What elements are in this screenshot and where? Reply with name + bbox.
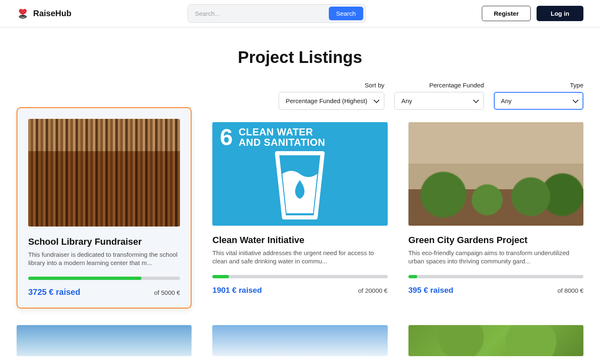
amount-raised: 1901 € raised	[212, 286, 262, 295]
search-input[interactable]	[190, 7, 326, 19]
sort-select[interactable]: Percentage Funded (Highest)	[279, 92, 384, 110]
filter-type-label: Type	[570, 82, 583, 89]
brand-logo-icon	[17, 7, 29, 20]
percentage-select[interactable]: Any	[394, 92, 484, 110]
project-footer: 395 € raisedof 8000 €	[408, 286, 583, 295]
register-button[interactable]: Register	[482, 6, 531, 21]
filter-sort-label: Sort by	[364, 82, 384, 89]
sdg6-title: CLEAN WATERAND SANITATION	[238, 127, 325, 147]
amount-raised: 395 € raised	[408, 286, 454, 295]
login-button[interactable]: Log in	[537, 6, 583, 21]
project-card[interactable]: School Library FundraiserThis fundraiser…	[17, 107, 192, 309]
water-glass-icon	[271, 151, 329, 221]
project-card[interactable]	[17, 325, 192, 356]
progress-bar	[212, 275, 387, 278]
project-image	[28, 119, 180, 227]
progress-fill	[408, 275, 417, 278]
svg-point-0	[19, 15, 27, 17]
search-button[interactable]: Search	[329, 7, 364, 20]
amount-raised: 3725 € raised	[28, 287, 80, 297]
header: RaiseHub Search Register Log in	[0, 0, 600, 27]
filter-percentage-label: Percentage Funded	[429, 82, 484, 89]
project-image	[408, 325, 583, 356]
search-wrap: Search	[80, 4, 474, 23]
project-title: Green City Gardens Project	[408, 235, 583, 246]
project-image	[17, 325, 192, 356]
type-select[interactable]: Any	[494, 92, 583, 110]
search-form: Search	[187, 4, 366, 23]
project-footer: 3725 € raisedof 5000 €	[28, 287, 180, 297]
progress-fill	[28, 277, 141, 280]
brand-link[interactable]: RaiseHub	[17, 7, 71, 20]
project-image	[408, 122, 583, 226]
filter-sort: Sort by Percentage Funded (Highest)	[279, 82, 384, 110]
progress-bar	[28, 277, 180, 280]
project-image: 6CLEAN WATERAND SANITATION	[212, 122, 387, 226]
project-card[interactable]	[212, 325, 387, 356]
project-grid: School Library FundraiserThis fundraiser…	[17, 122, 583, 356]
project-title: School Library Fundraiser	[28, 236, 180, 247]
page-title: Project Listings	[17, 48, 583, 67]
project-footer: 1901 € raisedof 20000 €	[212, 286, 387, 295]
project-card[interactable]: Green City Gardens ProjectThis eco-frien…	[408, 122, 583, 309]
progress-fill	[212, 275, 229, 278]
main: Project Listings Sort by Percentage Fund…	[0, 27, 600, 364]
auth-buttons: Register Log in	[482, 6, 583, 21]
filter-percentage: Percentage Funded Any	[394, 82, 484, 110]
project-card[interactable]	[408, 325, 583, 356]
amount-goal: of 5000 €	[154, 289, 180, 296]
project-description: This vital initiative addresses the urge…	[212, 249, 387, 266]
amount-goal: of 8000 €	[557, 287, 583, 294]
sdg6-number: 6	[220, 125, 233, 149]
project-image	[212, 325, 387, 356]
project-card[interactable]: 6CLEAN WATERAND SANITATIONClean Water In…	[212, 122, 387, 309]
progress-bar	[408, 275, 583, 278]
project-description: This eco-friendly campaign aims to trans…	[408, 249, 583, 266]
filters-bar: Sort by Percentage Funded (Highest) Perc…	[17, 82, 583, 110]
amount-goal: of 20000 €	[358, 287, 388, 294]
sdg6-header: 6CLEAN WATERAND SANITATION	[212, 122, 387, 149]
project-description: This fundraiser is dedicated to transfor…	[28, 251, 180, 268]
brand-name: RaiseHub	[33, 9, 71, 18]
project-title: Clean Water Initiative	[212, 235, 387, 246]
filter-type: Type Any	[494, 82, 583, 110]
